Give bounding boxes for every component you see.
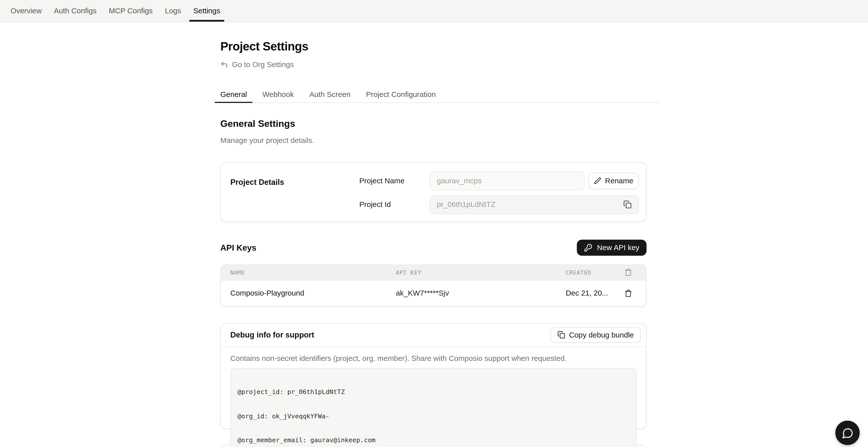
- project-id-value: pr_06th1pLdNtTZ: [437, 200, 495, 209]
- main-content: Project Settings Go to Org Settings Gene…: [220, 39, 647, 447]
- rename-button[interactable]: Rename: [588, 172, 639, 189]
- api-key-name: Composio-Playground: [230, 289, 396, 297]
- trash-icon: [624, 268, 632, 276]
- api-keys-table: NAME API KEY CREATED Composio-Playground…: [220, 264, 647, 307]
- project-name-label: Project Name: [359, 176, 404, 185]
- nav-item-auth-configs[interactable]: Auth Configs: [48, 0, 103, 22]
- code-line: @org_id: ok_jVveqqkYFWa-: [238, 412, 629, 420]
- api-key-created: Dec 21, 20...: [566, 289, 616, 297]
- general-settings-subtitle: Manage your project details.: [220, 136, 647, 144]
- tab-general[interactable]: General: [215, 87, 252, 102]
- project-details-title: Project Details: [230, 177, 284, 186]
- chat-widget-button[interactable]: [835, 421, 860, 445]
- general-settings-heading: General Settings: [220, 118, 647, 129]
- api-keys-table-header: NAME API KEY CREATED: [221, 265, 646, 281]
- project-settings-page: Overview Auth Configs MCP Configs Logs S…: [0, 0, 868, 447]
- go-to-org-settings-label: Go to Org Settings: [232, 60, 294, 69]
- tab-project-configuration[interactable]: Project Configuration: [361, 87, 441, 102]
- api-keys-heading: API Keys: [220, 243, 256, 252]
- rename-label: Rename: [605, 177, 633, 185]
- project-name-input[interactable]: [430, 171, 584, 190]
- key-icon: [584, 243, 592, 252]
- page-title: Project Settings: [220, 39, 647, 54]
- copy-icon: [623, 200, 632, 209]
- table-row: Composio-Playground ak_KW7*****Sjv Dec 2…: [221, 280, 646, 306]
- pencil-icon: [594, 177, 601, 184]
- debug-code-block: @project_id: pr_06th1pLdNtTZ @org_id: ok…: [230, 368, 637, 447]
- project-details-card: Project Details Project Name Rename Proj…: [220, 162, 647, 222]
- api-key-value: ak_KW7*****Sjv: [396, 289, 566, 297]
- delete-api-key-button[interactable]: [623, 288, 633, 298]
- code-line: @project_id: pr_06th1pLdNtTZ: [238, 388, 629, 396]
- tab-auth-screen[interactable]: Auth Screen: [304, 87, 356, 102]
- debug-description: Contains non-secret identifiers (project…: [230, 354, 637, 362]
- column-header-created: CREATED: [566, 269, 616, 275]
- project-id-label: Project Id: [359, 200, 391, 209]
- debug-card-title: Debug info for support: [230, 330, 314, 339]
- column-header-name: NAME: [230, 269, 396, 275]
- debug-info-card: Debug info for support Copy debug bundle…: [220, 323, 647, 429]
- api-keys-header-row: API Keys New API key: [220, 239, 647, 255]
- trash-icon: [624, 289, 632, 297]
- corner-up-left-icon: [220, 61, 228, 68]
- tab-webhook[interactable]: Webhook: [257, 87, 299, 102]
- code-line: @org_member_email: gaurav@inkeep.com: [238, 436, 629, 444]
- copy-debug-bundle-button[interactable]: Copy debug bundle: [550, 327, 641, 343]
- copy-icon: [557, 331, 565, 339]
- nav-item-mcp-configs[interactable]: MCP Configs: [103, 0, 159, 22]
- go-to-org-settings-link[interactable]: Go to Org Settings: [220, 60, 294, 69]
- copy-debug-bundle-label: Copy debug bundle: [569, 331, 634, 339]
- chat-bubble-icon: [842, 427, 853, 439]
- settings-tabs: General Webhook Auth Screen Project Conf…: [215, 87, 659, 103]
- project-id-field: pr_06th1pLdNtTZ: [430, 195, 639, 214]
- debug-card-header: Debug info for support Copy debug bundle: [221, 323, 646, 347]
- new-api-key-label: New API key: [597, 243, 640, 252]
- new-api-key-button[interactable]: New API key: [577, 239, 647, 255]
- top-nav: Overview Auth Configs MCP Configs Logs S…: [0, 0, 868, 22]
- copy-project-id-button[interactable]: [623, 200, 632, 209]
- nav-item-overview[interactable]: Overview: [4, 0, 48, 22]
- nav-item-logs[interactable]: Logs: [159, 0, 187, 22]
- nav-item-settings[interactable]: Settings: [187, 0, 226, 22]
- column-header-api-key: API KEY: [396, 269, 566, 275]
